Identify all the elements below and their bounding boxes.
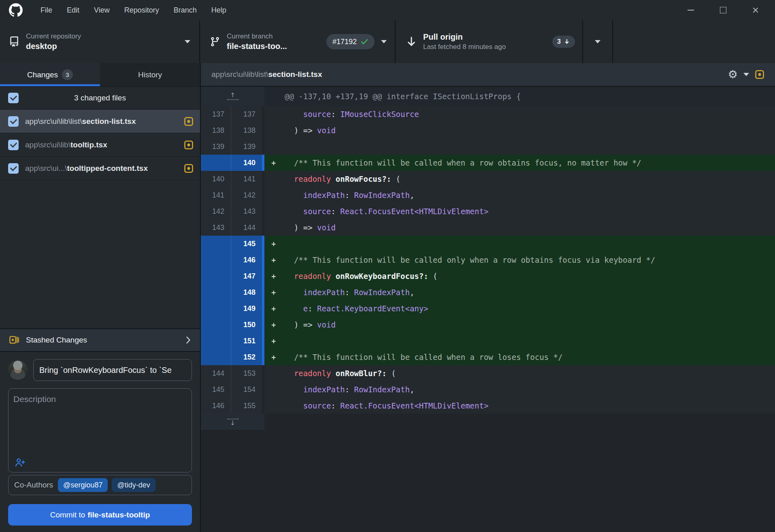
commit-description-input[interactable]	[9, 389, 192, 454]
diff-line-148[interactable]: 148+ indexPath: RowIndexPath,	[201, 284, 775, 300]
old-line-number	[201, 333, 231, 349]
new-line-number: 153	[231, 365, 262, 381]
diff-line-151[interactable]: 151+	[201, 333, 775, 349]
add-coauthor-button[interactable]	[14, 457, 26, 468]
coauthor-pill-sergiou87[interactable]: @sergiou87	[58, 478, 108, 492]
hunk-header-row: ↑ @@ -137,10 +137,19 @@ interface ISecti…	[201, 87, 775, 106]
code-token: :	[345, 385, 354, 394]
diff-line-139[interactable]: 139139	[201, 138, 775, 155]
diff-code	[264, 138, 775, 155]
file-path-label: app\src\ui...\tooltipped-content.tsx	[25, 164, 177, 173]
chevron-down-icon[interactable]	[743, 73, 749, 76]
diff-line-143[interactable]: 142143 source: React.FocusEvent<HTMLDivE…	[201, 203, 775, 219]
select-all-checkbox[interactable]	[8, 93, 19, 103]
code-token: :	[345, 191, 354, 200]
pull-count: 3	[557, 38, 561, 45]
files-header[interactable]: 3 changed files	[0, 87, 200, 110]
diff-line-145[interactable]: 145+	[201, 236, 775, 252]
menu-view[interactable]: View	[87, 0, 117, 20]
current-repository-button[interactable]: Current repository desktop	[0, 20, 200, 63]
code-token: (	[387, 369, 396, 378]
old-line-number: 143	[201, 219, 231, 236]
minimize-button[interactable]	[686, 5, 696, 15]
stashed-changes-row[interactable]: Stashed Changes	[0, 328, 200, 352]
code-token: ) =>	[285, 126, 317, 135]
code-token: :	[308, 304, 317, 313]
old-line-number: 146	[201, 398, 231, 414]
coauthor-pill-tidy-dev[interactable]: @tidy-dev	[112, 478, 155, 492]
code-token: readonly	[294, 174, 331, 183]
code-token	[285, 272, 294, 281]
diff-line-146[interactable]: 146+ /** This function will be called on…	[201, 252, 775, 268]
menu-edit[interactable]: Edit	[60, 0, 87, 20]
diff-panel: app\src\ui\lib\list\section-list.tsx ⚙ ↑…	[200, 63, 775, 532]
diff-code: + ) => void	[264, 317, 775, 333]
chevron-down-icon	[595, 40, 600, 43]
diff-marker: +	[264, 353, 285, 362]
diff-code: +	[264, 236, 775, 252]
file-checkbox[interactable]	[8, 163, 19, 174]
diff-line-140[interactable]: 140+ /** This function will be called wh…	[201, 155, 775, 171]
file-row-tooltip.tsx[interactable]: app\src\ui\lib\tooltip.tsx	[0, 133, 200, 157]
code-token: (	[428, 272, 438, 281]
gear-icon[interactable]: ⚙	[728, 69, 738, 80]
pull-origin-button[interactable]: Pull origin Last fetched 8 minutes ago 3	[396, 20, 583, 63]
diff-line-154[interactable]: 145154 indexPath: RowIndexPath,	[201, 381, 775, 398]
current-repository-value: desktop	[26, 42, 81, 51]
code-token	[285, 110, 303, 119]
code-token: :	[331, 401, 340, 410]
diff-line-142[interactable]: 141142 indexPath: RowIndexPath,	[201, 187, 775, 203]
code-token: /** This function will be called when a …	[294, 353, 562, 362]
pull-dropdown-button[interactable]	[583, 20, 613, 63]
menu-repository[interactable]: Repository	[117, 0, 166, 20]
diff-line-138[interactable]: 138138 ) => void	[201, 122, 775, 138]
file-row-tooltipped-content.tsx[interactable]: app\src\ui...\tooltipped-content.tsx	[0, 157, 200, 180]
stash-icon	[9, 335, 19, 345]
expand-hunk-down-button[interactable]: ↓	[201, 414, 264, 430]
tab-changes[interactable]: Changes 3	[0, 63, 100, 86]
file-checkbox[interactable]	[8, 116, 19, 127]
code-token: React.FocusEvent<HTMLDivElement>	[340, 207, 488, 216]
diff-line-155[interactable]: 146155 source: React.FocusEvent<HTMLDivE…	[201, 398, 775, 414]
current-branch-button[interactable]: Current branch file-status-too... #17192	[200, 20, 396, 63]
diff-marker: +	[264, 272, 285, 281]
expand-hunk-up-button[interactable]: ↑	[201, 87, 264, 106]
menu-help[interactable]: Help	[204, 0, 234, 20]
diff-line-152[interactable]: 152+ /** This function will be called wh…	[201, 349, 775, 365]
diff-line-137[interactable]: 137137 source: IMouseClickSource	[201, 106, 775, 122]
file-row-section-list.tsx[interactable]: app\src\ui\lib\list\section-list.tsx	[0, 110, 200, 133]
toolbar-filler	[613, 20, 775, 63]
diff-line-147[interactable]: 147+ readonly onRowKeyboardFocus?: (	[201, 268, 775, 284]
menu-branch[interactable]: Branch	[166, 0, 204, 20]
code-token	[285, 158, 294, 167]
code-token: indexPath	[303, 288, 345, 297]
diff-code: + /** This function will be called when …	[264, 155, 775, 171]
code-token	[331, 369, 335, 378]
tab-history[interactable]: History	[100, 63, 200, 86]
old-line-number: 137	[201, 106, 231, 122]
diff-line-149[interactable]: 149+ e: React.KeyboardEvent<any>	[201, 300, 775, 317]
pr-status-badge[interactable]: #17192	[326, 34, 375, 49]
maximize-button[interactable]	[718, 5, 728, 15]
code-token: React.KeyboardEvent<any>	[317, 304, 428, 313]
file-checkbox[interactable]	[8, 140, 19, 150]
diff-code: source: React.FocusEvent<HTMLDivElement>	[264, 398, 775, 414]
commit-button[interactable]: Commit to file-status-tooltip	[8, 504, 192, 526]
diff-viewer: ↑ @@ -137,10 +137,19 @@ interface ISecti…	[201, 87, 775, 532]
diff-code: + e: React.KeyboardEvent<any>	[264, 300, 775, 317]
diff-line-141[interactable]: 140141 readonly onRowFocus?: (	[201, 171, 775, 187]
diff-line-150[interactable]: 150+ ) => void	[201, 317, 775, 333]
diff-marker: +	[264, 336, 285, 345]
code-token: e	[303, 304, 308, 313]
code-token: onRowKeyboardFocus?:	[336, 272, 428, 281]
commit-summary-input[interactable]	[33, 359, 192, 381]
close-button[interactable]	[751, 5, 760, 15]
old-line-number	[201, 236, 231, 252]
diff-line-153[interactable]: 144153 readonly onRowBlur?: (	[201, 365, 775, 381]
repo-icon	[9, 36, 19, 47]
menu-file[interactable]: File	[33, 0, 60, 20]
old-line-number	[201, 317, 231, 333]
diff-line-144[interactable]: 143144 ) => void	[201, 219, 775, 236]
new-line-number: 147	[231, 268, 262, 284]
file-name: tooltip.tsx	[70, 140, 107, 149]
